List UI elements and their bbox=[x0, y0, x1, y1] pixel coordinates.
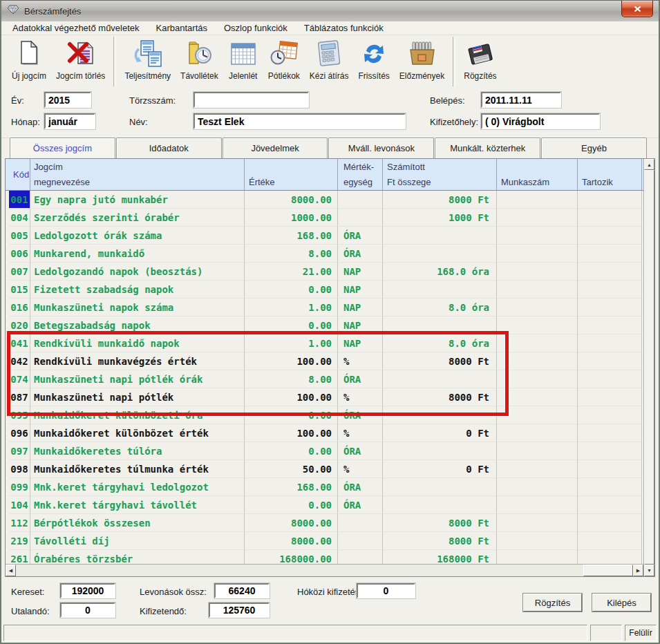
performance-button[interactable]: Teljesítmény bbox=[120, 37, 176, 82]
horizontal-scroll-thumb[interactable] bbox=[583, 565, 633, 576]
summary-panel: Kereset: Levonások össz: Hóközi kifizeté… bbox=[1, 580, 659, 623]
table-row[interactable]: 097Munkaidőkeretes túlóra0.00ÓRA bbox=[6, 442, 643, 460]
transfer-field[interactable] bbox=[60, 603, 115, 618]
cell-name: Munkaszüneti napi pótlék órák bbox=[30, 370, 245, 388]
manual-rewrite-button[interactable]: Kézi átírás bbox=[305, 37, 354, 82]
delete-item-button[interactable]: Jogcím törlés bbox=[51, 37, 110, 82]
cell-name: Egy napra jutó munkabér bbox=[30, 191, 245, 209]
title-bar[interactable]: Bérszámfejtés bbox=[1, 1, 659, 22]
cell-unit: NAP bbox=[338, 334, 383, 352]
menu-table-functions[interactable]: Táblázatos funkciók bbox=[301, 23, 386, 33]
table-row[interactable]: 112Bérpótlékok összesen8000.008000 Ft bbox=[6, 514, 643, 532]
tab-employee-deductions[interactable]: Mváll. levonások bbox=[328, 138, 434, 158]
cell-unit: ÓRA bbox=[338, 496, 383, 514]
cell-work bbox=[497, 352, 578, 370]
tab-all-titles[interactable]: Összes jogcím bbox=[10, 138, 115, 158]
menu-column-functions[interactable]: Oszlop funkciók bbox=[221, 23, 290, 33]
table-row[interactable]: 074Munkaszüneti napi pótlék órák8.00ÓRA bbox=[6, 370, 643, 388]
table-row[interactable]: 007Ledolgozandó napok (beosztás)21.00NAP… bbox=[6, 263, 643, 281]
exit-button[interactable]: Kilépés bbox=[592, 594, 651, 612]
cell-unit bbox=[338, 209, 383, 227]
midmonth-payment-field[interactable] bbox=[357, 583, 415, 598]
app-diamond-icon bbox=[7, 4, 19, 18]
cell-code: 004 bbox=[9, 209, 30, 227]
history-button[interactable]: Előzmények bbox=[395, 37, 449, 82]
vertical-scroll-thumb[interactable] bbox=[644, 170, 654, 565]
table-row[interactable]: 098Munkaidőkeretes túlmunka érték50.00%0… bbox=[6, 460, 643, 478]
cell-amount: 8.0 óra bbox=[383, 299, 497, 316]
close-button[interactable] bbox=[621, 1, 653, 17]
payable-field[interactable] bbox=[209, 603, 270, 618]
table-row[interactable]: 042Rendkívüli munkavégzés érték100.00%80… bbox=[6, 352, 643, 370]
record-button[interactable]: Rögzítés bbox=[523, 594, 582, 612]
new-item-button[interactable]: Új jogcím bbox=[7, 37, 51, 82]
absences-button[interactable]: Távollétek bbox=[176, 37, 223, 82]
table-row[interactable]: 095Munkaidőkeret különbözeti óra0.00ÓRA bbox=[6, 406, 643, 424]
table-row[interactable]: 015Fizetett szabadság napok0.00NAP bbox=[6, 281, 643, 299]
scroll-left-icon[interactable]: ◀ bbox=[6, 565, 16, 576]
month-field[interactable] bbox=[44, 113, 95, 129]
table-row[interactable]: 041Rendkívüli munkaidő napok1.00NAP8.0 ó… bbox=[6, 334, 643, 352]
col-header-unit[interactable]: Mérték-egység bbox=[338, 159, 383, 190]
cell-amount: 1000 Ft bbox=[383, 209, 497, 227]
cell-work bbox=[497, 245, 578, 263]
scroll-right-icon[interactable]: ▶ bbox=[633, 565, 643, 576]
status-aux-panel bbox=[590, 625, 622, 641]
tab-other[interactable]: Egyéb bbox=[541, 138, 647, 158]
cell-work bbox=[497, 299, 578, 316]
table-row[interactable]: 006Munkarend, munkaidő8.00ÓRA bbox=[6, 245, 643, 263]
table-row[interactable]: 104Mnk.keret tárgyhavi távollét0.00ÓRA bbox=[6, 496, 643, 514]
entry-date-field[interactable] bbox=[481, 92, 561, 108]
menu-data-operations[interactable]: Adatokkal végezhető műveletek bbox=[10, 23, 142, 33]
cell-unit: ÓRA bbox=[338, 370, 383, 388]
col-header-code[interactable]: Kód bbox=[9, 159, 30, 190]
cell-code: 099 bbox=[9, 478, 30, 496]
vertical-scrollbar[interactable]: ▲ ▼ bbox=[643, 159, 654, 576]
cell-name: Munkaidőkeret különbözet érték bbox=[30, 424, 245, 442]
earnings-field[interactable] bbox=[60, 583, 115, 598]
refresh-button[interactable]: Frissítés bbox=[354, 37, 395, 82]
table-row[interactable]: 004Szerződés szerinti órabér1000.001000 … bbox=[6, 209, 643, 227]
col-header-due[interactable]: Tartozik bbox=[578, 159, 642, 190]
table-row[interactable]: 016Munkaszüneti napok száma1.00NAP8.0 ór… bbox=[6, 299, 643, 316]
cell-code: 261 bbox=[9, 550, 30, 564]
deductions-field[interactable] bbox=[214, 583, 270, 598]
col-header-worknumber[interactable]: Munkaszám bbox=[497, 159, 578, 190]
employee-number-label: Törzsszám: bbox=[129, 95, 176, 106]
tab-employer-charges[interactable]: Munkált. közterhek bbox=[435, 138, 540, 158]
table-row[interactable]: 001Egy napra jutó munkabér8000.008000 Ft bbox=[6, 191, 643, 209]
tab-time-data[interactable]: Időadatok bbox=[116, 138, 222, 158]
scroll-down-icon[interactable]: ▼ bbox=[644, 565, 654, 576]
table-row[interactable]: 261Órabéres törzsbér168000.00168000 Ft bbox=[6, 550, 643, 564]
table-row[interactable]: 219Távolléti díj8000.008000 Ft bbox=[6, 532, 643, 550]
employee-number-field[interactable] bbox=[194, 92, 309, 108]
menu-maintenance[interactable]: Karbantartás bbox=[153, 23, 210, 33]
table-row[interactable]: 099Mnk.keret tárgyhavi ledolgozot168.00Ó… bbox=[6, 478, 643, 496]
tab-incomes[interactable]: Jövedelmek bbox=[223, 138, 328, 158]
toolbar-separator bbox=[453, 37, 455, 86]
cell-unit: ÓRA bbox=[338, 478, 383, 496]
col-header-name[interactable]: Jogcímmegnevezése bbox=[30, 159, 245, 190]
year-field[interactable] bbox=[44, 92, 91, 108]
table-row[interactable]: 005Ledolgozott órák száma168.00ÓRA bbox=[6, 227, 643, 245]
cell-unit: ÓRA bbox=[338, 227, 383, 245]
col-header-amount[interactable]: SzámítottFt összege bbox=[383, 159, 497, 190]
cell-value: 1.00 bbox=[245, 299, 338, 316]
cell-name: Távolléti díj bbox=[30, 532, 245, 550]
scroll-up-icon[interactable]: ▲ bbox=[644, 159, 654, 170]
record-toolbar-button[interactable]: Rögzítés bbox=[459, 37, 501, 82]
table-row[interactable]: 020Betegszabadság napok0.00NAP bbox=[6, 316, 643, 334]
horizontal-scrollbar[interactable]: ◀ ▶ bbox=[6, 564, 643, 576]
table-row[interactable]: 087Munkaszüneti napi pótlék100.00%8000 F… bbox=[6, 388, 643, 406]
name-field[interactable] bbox=[194, 113, 406, 129]
table-row[interactable]: 096Munkaidőkeret különbözet érték100.00%… bbox=[6, 424, 643, 442]
col-header-value[interactable]: Értéke bbox=[245, 159, 338, 190]
cell-code: 007 bbox=[9, 263, 30, 281]
cell-due bbox=[578, 514, 642, 532]
payment-place-label: Kifizetőhely: bbox=[430, 117, 478, 127]
supplements-button[interactable]: Pótlékok bbox=[263, 37, 305, 82]
payment-place-field[interactable] bbox=[481, 113, 600, 129]
month-label: Hónap: bbox=[11, 117, 40, 127]
attendance-button[interactable]: Jelenlét bbox=[223, 37, 263, 82]
cell-name: Rendkívüli munkavégzés érték bbox=[30, 352, 245, 370]
